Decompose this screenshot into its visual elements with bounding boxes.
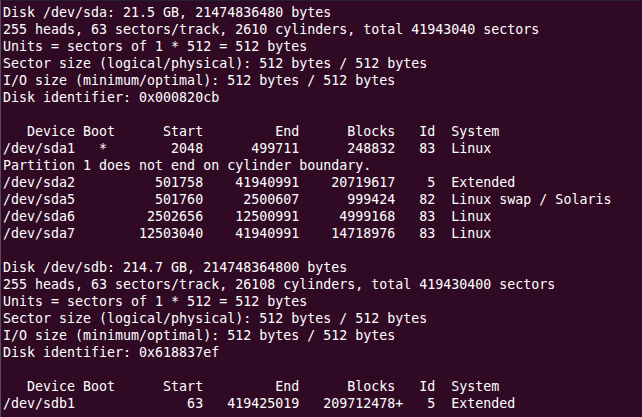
terminal-line: Disk identifier: 0x000820cb bbox=[3, 89, 642, 106]
terminal-line bbox=[3, 361, 642, 378]
terminal-line: Disk /dev/sda: 21.5 GB, 21474836480 byte… bbox=[3, 4, 642, 21]
terminal-line: Sector size (logical/physical): 512 byte… bbox=[3, 55, 642, 72]
terminal-line: Device Boot Start End Blocks Id System bbox=[3, 123, 642, 140]
terminal-line: I/O size (minimum/optimal): 512 bytes / … bbox=[3, 72, 642, 89]
terminal-line: I/O size (minimum/optimal): 512 bytes / … bbox=[3, 327, 642, 344]
terminal-window[interactable]: Disk /dev/sda: 21.5 GB, 21474836480 byte… bbox=[0, 0, 642, 417]
terminal-line: Disk /dev/sdb: 214.7 GB, 214748364800 by… bbox=[3, 259, 642, 276]
terminal-line: Units = sectors of 1 * 512 = 512 bytes bbox=[3, 38, 642, 55]
terminal-line: /dev/sda5 501760 2500607 999424 82 Linux… bbox=[3, 191, 642, 208]
terminal-line: Partition 1 does not end on cylinder bou… bbox=[3, 157, 642, 174]
terminal-line: Units = sectors of 1 * 512 = 512 bytes bbox=[3, 293, 642, 310]
terminal-line: Disk identifier: 0x618837ef bbox=[3, 344, 642, 361]
terminal-line bbox=[3, 242, 642, 259]
terminal-line: 255 heads, 63 sectors/track, 26108 cylin… bbox=[3, 276, 642, 293]
terminal-line: Device Boot Start End Blocks Id System bbox=[3, 378, 642, 395]
terminal-line bbox=[3, 106, 642, 123]
terminal-line: /dev/sda7 12503040 41940991 14718976 83 … bbox=[3, 225, 642, 242]
terminal-line: /dev/sda2 501758 41940991 20719617 5 Ext… bbox=[3, 174, 642, 191]
terminal-line: /dev/sda6 2502656 12500991 4999168 83 Li… bbox=[3, 208, 642, 225]
terminal-line: 255 heads, 63 sectors/track, 2610 cylind… bbox=[3, 21, 642, 38]
terminal-line: /dev/sda1 * 2048 499711 248832 83 Linux bbox=[3, 140, 642, 157]
terminal-output: Disk /dev/sda: 21.5 GB, 21474836480 byte… bbox=[1, 1, 642, 412]
terminal-line: Sector size (logical/physical): 512 byte… bbox=[3, 310, 642, 327]
terminal-line: /dev/sdb1 63 419425019 209712478+ 5 Exte… bbox=[3, 395, 642, 412]
